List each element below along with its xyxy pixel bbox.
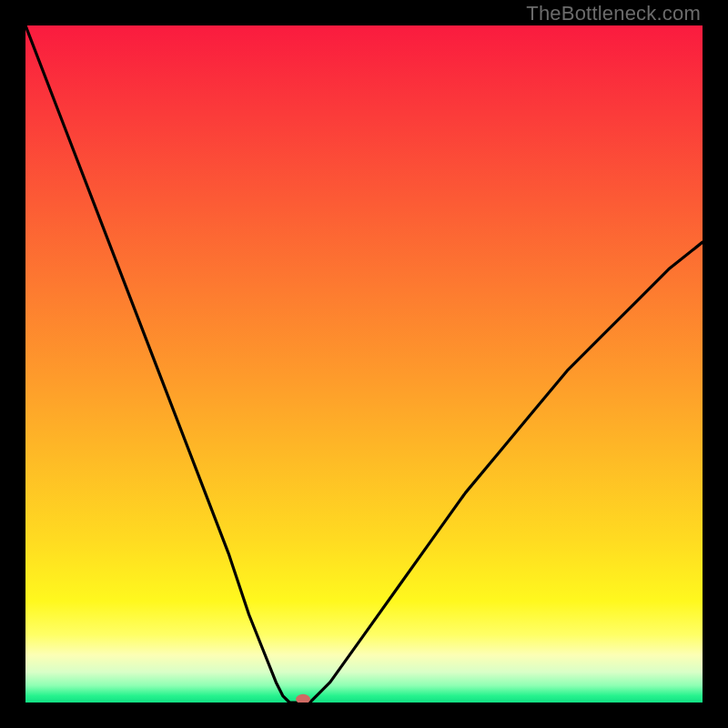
watermark-text: TheBottleneck.com (526, 2, 701, 25)
bottleneck-chart (25, 25, 703, 703)
chart-frame: TheBottleneck.com (0, 0, 728, 728)
chart-background (25, 25, 703, 703)
